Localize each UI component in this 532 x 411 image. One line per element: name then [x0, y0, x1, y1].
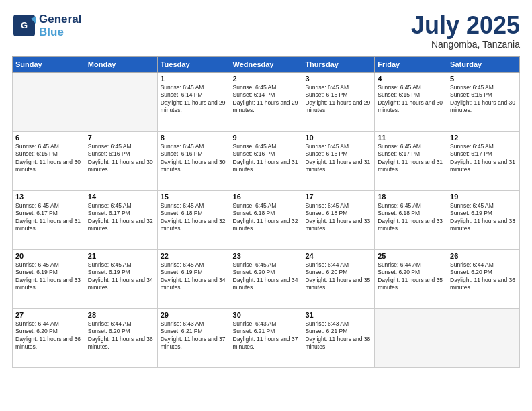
logo: G General Blue: [12, 12, 81, 40]
daylight-text: Daylight: 11 hours and 33 minutes.: [305, 218, 370, 232]
sunset-text: Sunset: 6:21 PM: [305, 328, 347, 334]
title-block: July 2025 Nangomba, Tanzania: [411, 12, 520, 50]
day-number: 28: [88, 311, 154, 319]
calendar-day-cell: [447, 308, 520, 367]
logo-text-block: General Blue: [39, 13, 81, 38]
daylight-text: Daylight: 11 hours and 36 minutes.: [88, 336, 153, 350]
day-number: 19: [450, 193, 517, 201]
day-number: 11: [378, 134, 444, 142]
sunrise-text: Sunrise: 6:44 AM: [88, 320, 132, 327]
calendar-day-cell: 26Sunrise: 6:44 AMSunset: 6:20 PMDayligh…: [447, 249, 520, 308]
day-detail: Sunrise: 6:45 AMSunset: 6:19 PMDaylight:…: [161, 261, 227, 292]
day-number: 18: [378, 193, 444, 201]
calendar-day-cell: 9Sunrise: 6:45 AMSunset: 6:16 PMDaylight…: [230, 131, 302, 190]
calendar-week-row: 27Sunrise: 6:44 AMSunset: 6:20 PMDayligh…: [13, 308, 520, 367]
calendar-day-cell: 22Sunrise: 6:45 AMSunset: 6:19 PMDayligh…: [157, 249, 230, 308]
calendar-day-cell: 20Sunrise: 6:45 AMSunset: 6:19 PMDayligh…: [13, 249, 85, 308]
month-title: July 2025: [411, 12, 520, 39]
daylight-text: Daylight: 11 hours and 29 minutes.: [233, 99, 298, 113]
sunrise-text: Sunrise: 6:45 AM: [88, 143, 132, 150]
day-detail: Sunrise: 6:45 AMSunset: 6:18 PMDaylight:…: [305, 202, 371, 233]
day-detail: Sunrise: 6:45 AMSunset: 6:17 PMDaylight:…: [88, 202, 154, 233]
sunset-text: Sunset: 6:20 PM: [233, 269, 275, 275]
day-detail: Sunrise: 6:45 AMSunset: 6:15 PMDaylight:…: [15, 143, 82, 174]
calendar-week-row: 13Sunrise: 6:45 AMSunset: 6:17 PMDayligh…: [13, 190, 520, 249]
calendar-header-monday: Monday: [85, 56, 157, 72]
day-detail: Sunrise: 6:45 AMSunset: 6:16 PMDaylight:…: [88, 143, 154, 174]
sunrise-text: Sunrise: 6:45 AM: [15, 261, 59, 268]
day-detail: Sunrise: 6:45 AMSunset: 6:20 PMDaylight:…: [233, 261, 300, 292]
sunrise-text: Sunrise: 6:43 AM: [233, 320, 277, 327]
calendar-day-cell: 31Sunrise: 6:43 AMSunset: 6:21 PMDayligh…: [302, 308, 375, 367]
day-number: 16: [233, 193, 300, 201]
day-number: 23: [233, 252, 300, 260]
sunset-text: Sunset: 6:15 PM: [15, 150, 58, 157]
day-detail: Sunrise: 6:45 AMSunset: 6:16 PMDaylight:…: [161, 143, 227, 174]
sunset-text: Sunset: 6:21 PM: [161, 328, 203, 334]
day-number: 17: [305, 193, 371, 201]
sunset-text: Sunset: 6:20 PM: [378, 269, 420, 275]
sunset-text: Sunset: 6:15 PM: [305, 91, 347, 98]
daylight-text: Daylight: 11 hours and 33 minutes.: [15, 277, 81, 291]
calendar-day-cell: [375, 308, 447, 367]
day-number: 27: [15, 311, 82, 319]
sunset-text: Sunset: 6:17 PM: [378, 150, 420, 157]
day-detail: Sunrise: 6:45 AMSunset: 6:19 PMDaylight:…: [88, 261, 154, 292]
sunset-text: Sunset: 6:15 PM: [450, 91, 492, 98]
daylight-text: Daylight: 11 hours and 33 minutes.: [450, 218, 515, 232]
location: Nangomba, Tanzania: [411, 39, 520, 50]
calendar-day-cell: 3Sunrise: 6:45 AMSunset: 6:15 PMDaylight…: [302, 72, 375, 131]
calendar-header-wednesday: Wednesday: [230, 56, 302, 72]
sunset-text: Sunset: 6:14 PM: [161, 91, 203, 98]
daylight-text: Daylight: 11 hours and 30 minutes.: [450, 99, 515, 113]
day-detail: Sunrise: 6:45 AMSunset: 6:17 PMDaylight:…: [15, 202, 82, 233]
sunrise-text: Sunrise: 6:45 AM: [305, 143, 349, 150]
day-detail: Sunrise: 6:43 AMSunset: 6:21 PMDaylight:…: [161, 320, 227, 351]
day-detail: Sunrise: 6:45 AMSunset: 6:17 PMDaylight:…: [450, 143, 517, 174]
daylight-text: Daylight: 11 hours and 35 minutes.: [378, 277, 443, 291]
calendar-day-cell: 4Sunrise: 6:45 AMSunset: 6:15 PMDaylight…: [375, 72, 447, 131]
logo-name: General Blue: [39, 13, 81, 38]
calendar-day-cell: 16Sunrise: 6:45 AMSunset: 6:18 PMDayligh…: [230, 190, 302, 249]
day-number: 14: [88, 193, 154, 201]
sunrise-text: Sunrise: 6:45 AM: [450, 84, 494, 91]
sunrise-text: Sunrise: 6:45 AM: [161, 84, 204, 91]
day-detail: Sunrise: 6:45 AMSunset: 6:18 PMDaylight:…: [161, 202, 227, 233]
calendar-header-tuesday: Tuesday: [157, 56, 230, 72]
calendar-day-cell: 29Sunrise: 6:43 AMSunset: 6:21 PMDayligh…: [157, 308, 230, 367]
daylight-text: Daylight: 11 hours and 34 minutes.: [233, 277, 298, 291]
sunrise-text: Sunrise: 6:45 AM: [161, 143, 204, 150]
calendar-day-cell: [85, 72, 157, 131]
day-detail: Sunrise: 6:45 AMSunset: 6:17 PMDaylight:…: [378, 143, 444, 174]
sunset-text: Sunset: 6:19 PM: [88, 269, 130, 275]
sunset-text: Sunset: 6:17 PM: [88, 210, 130, 216]
sunrise-text: Sunrise: 6:45 AM: [233, 202, 277, 209]
day-detail: Sunrise: 6:43 AMSunset: 6:21 PMDaylight:…: [233, 320, 300, 351]
daylight-text: Daylight: 11 hours and 36 minutes.: [450, 277, 515, 291]
day-number: 12: [450, 134, 517, 142]
daylight-text: Daylight: 11 hours and 32 minutes.: [161, 218, 226, 232]
calendar-day-cell: 21Sunrise: 6:45 AMSunset: 6:19 PMDayligh…: [85, 249, 157, 308]
day-number: 2: [233, 75, 300, 83]
sunrise-text: Sunrise: 6:45 AM: [378, 202, 421, 209]
day-number: 1: [161, 75, 227, 83]
sunset-text: Sunset: 6:16 PM: [161, 150, 203, 157]
day-detail: Sunrise: 6:44 AMSunset: 6:20 PMDaylight:…: [15, 320, 82, 351]
day-detail: Sunrise: 6:45 AMSunset: 6:14 PMDaylight:…: [161, 84, 227, 115]
daylight-text: Daylight: 11 hours and 37 minutes.: [161, 336, 226, 350]
day-number: 25: [378, 252, 444, 260]
calendar-day-cell: 30Sunrise: 6:43 AMSunset: 6:21 PMDayligh…: [230, 308, 302, 367]
sunset-text: Sunset: 6:21 PM: [233, 328, 275, 334]
day-detail: Sunrise: 6:45 AMSunset: 6:16 PMDaylight:…: [233, 143, 300, 174]
daylight-text: Daylight: 11 hours and 38 minutes.: [305, 336, 370, 350]
logo-general: General: [39, 13, 81, 26]
logo-blue: Blue: [39, 26, 64, 38]
calendar-day-cell: 11Sunrise: 6:45 AMSunset: 6:17 PMDayligh…: [375, 131, 447, 190]
day-number: 7: [88, 134, 154, 142]
sunrise-text: Sunrise: 6:45 AM: [233, 143, 277, 150]
calendar-table: SundayMondayTuesdayWednesdayThursdayFrid…: [12, 56, 520, 368]
daylight-text: Daylight: 11 hours and 30 minutes.: [161, 158, 226, 173]
calendar-week-row: 20Sunrise: 6:45 AMSunset: 6:19 PMDayligh…: [13, 249, 520, 308]
sunset-text: Sunset: 6:16 PM: [88, 150, 130, 157]
day-number: 21: [88, 252, 154, 260]
